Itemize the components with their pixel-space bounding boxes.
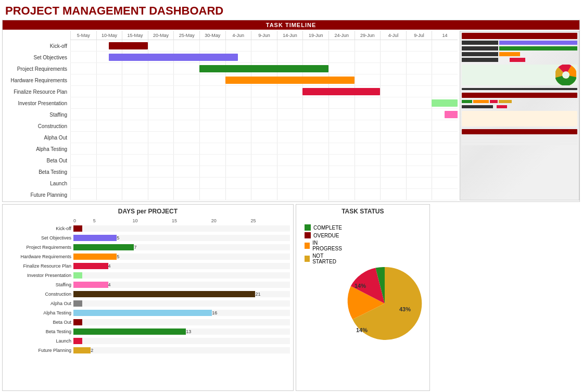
pie-chart-svg: 43% 14% 14% <box>343 262 426 345</box>
date-5: 30-May <box>199 31 225 40</box>
bar-value-2: 7 <box>134 244 136 250</box>
bar-track-4: 4 <box>73 263 290 269</box>
task-label-6: Staffing <box>3 109 70 120</box>
legend-item-overdue: OVERDUE <box>305 232 343 238</box>
gantt-row-8 <box>70 132 458 143</box>
legend-label-overdue: OVERDUE <box>313 233 339 238</box>
task-label-2: Project Requirements <box>3 63 70 74</box>
status-legend: COMPLETE OVERDUE IN PROGRESS NOT STARTED <box>305 224 343 264</box>
date-0: 5-May <box>70 31 96 40</box>
bar-fill-7 <box>73 291 255 297</box>
bar-label-13: Future Planning <box>6 348 73 353</box>
gantt-row-2 <box>70 63 458 74</box>
bar-chart-area: Kick-offSet Objectives5Project Requireme… <box>6 224 290 355</box>
gantt-dates: 5-May 10-May 15-May 20-May 25-May 30-May… <box>70 31 458 40</box>
date-6: 4-Jun <box>225 31 251 40</box>
date-14: 14 <box>432 31 458 40</box>
gantt-rows <box>70 40 458 200</box>
x-tick-1: 5 <box>93 218 133 223</box>
date-8: 14-Jun <box>277 31 303 40</box>
bar-track-0 <box>73 225 290 232</box>
pie-label-notstarted: 43% <box>399 306 411 312</box>
bar-row-0: Kick-off <box>6 224 290 233</box>
x-tick-0: 0 <box>73 218 93 223</box>
bar-row-7: Construction21 <box>6 290 290 298</box>
bar-fill-8 <box>73 300 82 307</box>
legend-color-complete <box>305 224 311 231</box>
bar-label-12: Launch <box>6 338 73 344</box>
bar-label-7: Construction <box>6 292 73 297</box>
bar-label-5: Investor Presentation <box>6 273 73 278</box>
gantt-bar-1 <box>109 54 238 61</box>
bar-label-1: Set Objectives <box>6 235 73 241</box>
gantt-row-13 <box>70 189 458 200</box>
bar-value-7: 21 <box>255 291 260 297</box>
task-label-4: Finalize Resource Plan <box>3 86 70 97</box>
bar-label-2: Project Requirements <box>6 245 73 250</box>
bar-fill-11 <box>73 328 186 335</box>
bar-track-10 <box>73 319 290 325</box>
legend-label-complete: COMPLETE <box>313 225 342 231</box>
bar-track-2: 7 <box>73 244 290 250</box>
bar-value-13: 2 <box>91 347 93 353</box>
date-10: 24-Jun <box>328 31 355 40</box>
gantt-bar-4 <box>302 88 380 95</box>
date-2: 15-May <box>122 31 148 40</box>
gantt-row-10 <box>70 155 458 166</box>
bar-fill-0 <box>73 225 82 232</box>
legend-color-notstarted <box>305 256 310 262</box>
bar-row-11: Beta Testing13 <box>6 327 290 336</box>
gantt-row-3 <box>70 74 458 86</box>
bar-value-3: 5 <box>117 254 119 260</box>
bar-label-10: Beta Out <box>6 320 73 325</box>
task-label-3: Hardware Requirements <box>3 74 70 86</box>
bar-value-4: 4 <box>108 263 111 269</box>
legend-item-complete: COMPLETE <box>305 224 343 231</box>
bar-fill-10 <box>73 319 82 325</box>
bar-row-1: Set Objectives5 <box>6 234 290 242</box>
bar-track-5 <box>73 272 290 279</box>
date-12: 4-Jul <box>380 31 406 40</box>
x-tick-5: 25 <box>250 218 290 223</box>
bar-value-11: 13 <box>186 328 191 335</box>
legend-color-overdue <box>305 232 311 238</box>
legend-item-notstarted: NOT STARTED <box>305 253 343 264</box>
date-3: 20-May <box>148 31 174 40</box>
bar-label-0: Kick-off <box>6 226 73 231</box>
task-label-5: Investor Presentation <box>3 97 70 109</box>
gantt-bar-6 <box>445 111 458 118</box>
bar-label-3: Hardware Requirements <box>6 254 73 259</box>
bar-track-13: 2 <box>73 347 290 353</box>
days-chart: DAYS per PROJECT 0 5 10 15 20 25 Kick-of… <box>2 204 294 391</box>
bar-fill-9 <box>73 310 212 316</box>
bar-track-7: 21 <box>73 291 290 297</box>
task-label-11: Beta Testing <box>3 166 70 178</box>
gantt-row-12 <box>70 178 458 189</box>
legend-color-inprogress <box>305 243 310 249</box>
gantt-row-6 <box>70 109 458 120</box>
bar-row-6: Staffing4 <box>6 281 290 289</box>
bottom-section: DAYS per PROJECT 0 5 10 15 20 25 Kick-of… <box>2 204 580 391</box>
date-7: 9-Jun <box>251 31 277 40</box>
bar-row-10: Beta Out <box>6 318 290 326</box>
gantt-bar-2 <box>199 65 328 72</box>
preview-panel <box>460 31 579 200</box>
bar-track-12 <box>73 338 290 344</box>
bar-row-4: Finalize Resource Plan4 <box>6 262 290 270</box>
task-label-9: Alpha Testing <box>3 143 70 155</box>
bar-fill-6 <box>73 282 108 288</box>
pie-label-inprogress: 14% <box>356 327 368 333</box>
gantt-bar-3 <box>225 77 355 84</box>
gantt-area: 5-May 10-May 15-May 20-May 25-May 30-May… <box>70 31 458 200</box>
date-13: 9-Jul <box>406 31 432 40</box>
bar-fill-13 <box>73 347 91 353</box>
bar-label-6: Staffing <box>6 282 73 287</box>
bar-track-6: 4 <box>73 282 290 288</box>
task-label-12: Launch <box>3 178 70 189</box>
task-label-0: Kick-off <box>3 40 70 52</box>
bar-row-8: Alpha Out <box>6 299 290 308</box>
x-tick-3: 15 <box>172 218 211 223</box>
gantt-row-7 <box>70 120 458 132</box>
date-9: 19-Jun <box>302 31 328 40</box>
bar-fill-12 <box>73 338 82 344</box>
